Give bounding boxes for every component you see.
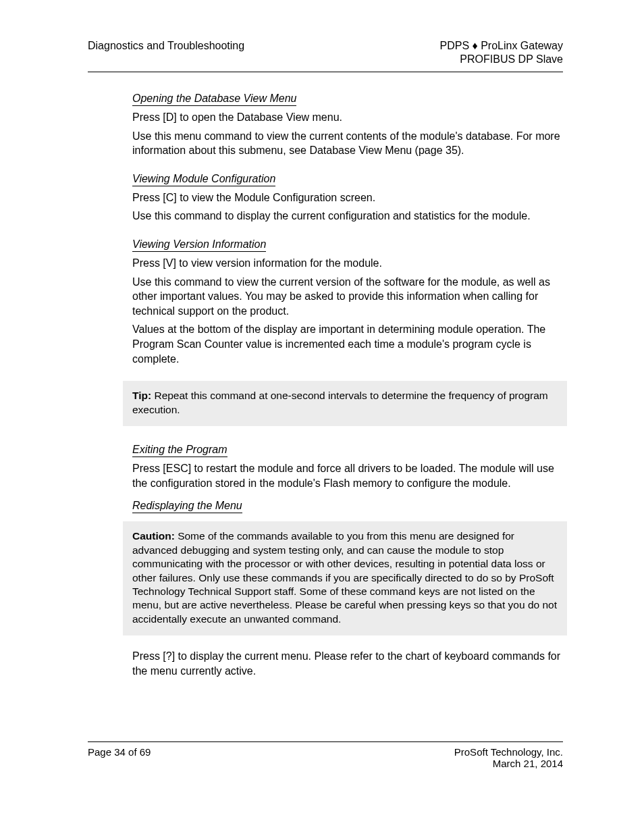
body-line: Press [D] to open the Database View menu… <box>132 110 563 125</box>
section-db-view: Opening the Database View Menu Press [D]… <box>132 93 563 158</box>
tip-box: Tip: Repeat this command at one-second i… <box>123 381 567 426</box>
caution-box: Caution: Some of the commands available … <box>123 521 567 635</box>
footer-right-line1: ProSoft Technology, Inc. <box>454 746 563 758</box>
section-heading: Redisplaying the Menu <box>132 500 242 513</box>
section-heading: Viewing Module Configuration <box>132 173 275 186</box>
section-body: Press [ESC] to restart the module and fo… <box>132 461 563 490</box>
section-heading: Viewing Version Information <box>132 238 266 252</box>
document-page: Diagnostics and Troubleshooting PDPS ♦ P… <box>0 0 644 834</box>
section-body: Press [C] to view the Module Configurati… <box>132 190 563 224</box>
section-body: Press [D] to open the Database View menu… <box>132 110 563 158</box>
section-heading: Exiting the Program <box>132 444 227 457</box>
section-module-config: Viewing Module Configuration Press [C] t… <box>132 173 563 224</box>
header-left: Diagnostics and Troubleshooting <box>88 39 244 53</box>
body-line: Use this menu command to view the curren… <box>132 129 563 158</box>
body-line: Use this command to display the current … <box>132 209 563 224</box>
tip-text: Repeat this command at one-second interv… <box>132 390 548 415</box>
tip-label: Tip: <box>132 390 151 401</box>
body-line: Use this command to view the current ver… <box>132 275 563 319</box>
section-redisplay: Redisplaying the Menu <box>132 500 563 517</box>
page-footer: Page 34 of 69 ProSoft Technology, Inc. M… <box>88 741 563 769</box>
section-version-info: Viewing Version Information Press [V] to… <box>132 238 563 366</box>
caution-label: Caution: <box>132 530 175 542</box>
footer-rule <box>88 741 563 742</box>
section-exiting: Exiting the Program Press [ESC] to resta… <box>132 444 563 490</box>
section-body: Press [?] to display the current menu. P… <box>132 649 563 678</box>
section-body: Press [V] to view version information fo… <box>132 256 563 366</box>
footer-left: Page 34 of 69 <box>88 746 151 769</box>
header-right-line1: PDPS ♦ ProLinx Gateway <box>440 39 563 53</box>
caution-text: Some of the commands available to you fr… <box>132 530 557 625</box>
page-header: Diagnostics and Troubleshooting PDPS ♦ P… <box>88 39 563 66</box>
header-rule <box>88 72 563 72</box>
footer-row: Page 34 of 69 ProSoft Technology, Inc. M… <box>88 746 563 769</box>
footer-right: ProSoft Technology, Inc. March 21, 2014 <box>454 746 563 769</box>
header-right-line2: PROFIBUS DP Slave <box>440 53 563 66</box>
body-line: Press [ESC] to restart the module and fo… <box>132 461 563 490</box>
header-right: PDPS ♦ ProLinx Gateway PROFIBUS DP Slave <box>440 39 563 66</box>
body-line: Press [?] to display the current menu. P… <box>132 649 563 678</box>
body-line: Values at the bottom of the display are … <box>132 322 563 366</box>
body-line: Press [V] to view version information fo… <box>132 256 563 271</box>
section-heading: Opening the Database View Menu <box>132 93 296 106</box>
footer-right-line2: March 21, 2014 <box>454 758 563 769</box>
body-line: Press [C] to view the Module Configurati… <box>132 190 563 205</box>
section-after-caution: Press [?] to display the current menu. P… <box>132 649 563 678</box>
